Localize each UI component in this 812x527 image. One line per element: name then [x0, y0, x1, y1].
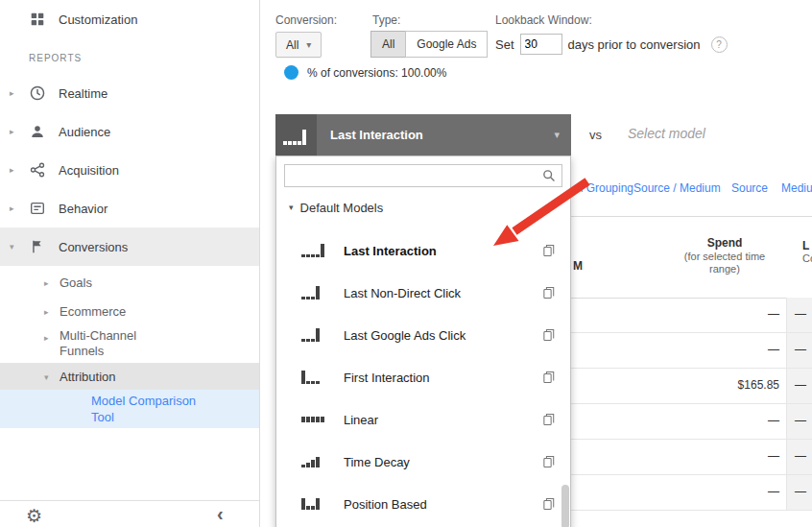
copy-model-icon[interactable] — [543, 413, 555, 426]
model-list: Last Interaction Last Non-Direct Click L… — [276, 229, 570, 525]
conversion-dropdown[interactable]: All ▾ — [275, 32, 322, 58]
expand-arrow-icon[interactable]: ▸ — [10, 127, 14, 136]
customization-icon — [29, 11, 46, 28]
bar-chart-icon — [301, 244, 328, 257]
model-search — [284, 164, 562, 187]
type-google-ads-button[interactable]: Google Ads — [405, 31, 488, 58]
collapse-sidebar-icon[interactable]: ‹ — [217, 503, 224, 525]
lookback-window-label: Lookback Window: — [495, 13, 592, 27]
sidebar-item-model-comparison-tool[interactable]: Model Comparison Tool — [0, 390, 259, 428]
scrollbar-thumb[interactable] — [561, 485, 569, 527]
copy-model-icon[interactable] — [543, 286, 555, 299]
expand-arrow-icon[interactable]: ▸ — [44, 278, 49, 288]
table-header-fragment-left: M — [573, 259, 583, 273]
select-model-placeholder[interactable]: Select model — [628, 126, 705, 141]
bar-chart-icon — [301, 498, 328, 510]
expand-arrow-icon[interactable]: ▸ — [10, 204, 14, 213]
percent-of-conversions: % of conversions: 100.00% — [284, 65, 446, 80]
model-option-linear[interactable]: Linear — [276, 398, 570, 441]
copy-model-icon[interactable] — [543, 497, 555, 511]
flag-icon — [29, 238, 46, 255]
spend-value: — — [768, 485, 779, 498]
model-option-time-decay[interactable]: Time Decay — [276, 441, 570, 483]
search-icon — [542, 169, 556, 185]
sidebar-item-label: Behavior — [59, 202, 107, 216]
link-source-medium[interactable]: Source / Medium — [633, 181, 721, 195]
lookback-suffix: days prior to conversion — [568, 37, 701, 52]
copy-model-icon[interactable] — [543, 371, 555, 384]
bar-chart-icon — [301, 371, 328, 384]
spend-value: $165.85 — [738, 378, 779, 392]
sidebar-item-acquisition[interactable]: ▸ Acquisition — [0, 151, 259, 189]
default-models-section-header[interactable]: ▾ Default Models — [289, 199, 570, 216]
sidebar-item-conversions[interactable]: ▾ Conversions — [0, 228, 259, 266]
sidebar-item-label: Ecommerce — [60, 304, 126, 320]
sidebar-footer-divider — [0, 500, 259, 501]
sidebar-item-label: Audience — [59, 125, 110, 139]
settings-gear-icon[interactable]: ⚙ — [26, 505, 42, 527]
conversion-label: Conversion: — [275, 13, 337, 27]
conversions-dot-icon — [284, 65, 299, 80]
page-icon — [29, 200, 46, 217]
model-dropdown-panel: ▾ Default Models Last Interaction Last N… — [275, 156, 571, 527]
bar-chart-icon — [301, 457, 328, 467]
table-header-fragment-right: L Co — [802, 240, 812, 265]
person-icon — [29, 123, 46, 140]
collapse-arrow-icon: ▾ — [289, 203, 294, 212]
sidebar-item-ecommerce[interactable]: ▸ Ecommerce — [0, 298, 259, 326]
expand-arrow-icon[interactable]: ▸ — [10, 165, 14, 175]
spend-value: — — [768, 343, 779, 356]
search-input[interactable] — [284, 164, 562, 187]
type-segmented-control: All Google Ads — [370, 31, 488, 58]
conversion-value: All — [286, 38, 299, 52]
help-icon[interactable]: ? — [711, 36, 728, 53]
sidebar-item-realtime[interactable]: ▸ Realtime — [0, 74, 259, 112]
lookback-days-input[interactable] — [520, 34, 562, 55]
expand-arrow-icon[interactable]: ▸ — [44, 333, 49, 343]
sidebar-item-label: Goals — [60, 275, 92, 291]
collapse-arrow-icon[interactable]: ▾ — [10, 242, 14, 252]
model-option-last-interaction[interactable]: Last Interaction — [276, 229, 570, 272]
sidebar-item-label: Multi-Channel Funnels — [60, 328, 175, 359]
sidebar-item-label: Acquisition — [59, 163, 119, 178]
clock-icon — [29, 84, 46, 102]
sidebar-item-customization[interactable]: Customization — [0, 0, 259, 38]
sidebar-item-behavior[interactable]: ▸ Behavior — [0, 189, 259, 228]
model-option-last-google-ads-click[interactable]: Last Google Ads Click — [276, 314, 570, 356]
sidebar-item-label: Conversions — [59, 240, 128, 254]
model-selector[interactable]: Last Interaction ▾ — [275, 114, 571, 156]
copy-model-icon[interactable] — [543, 244, 555, 257]
last-interaction-model-icon — [275, 114, 317, 156]
type-label: Type: — [372, 13, 400, 27]
copy-model-icon[interactable] — [543, 455, 555, 468]
spend-value: — — [768, 449, 779, 463]
bar-chart-icon — [301, 328, 328, 342]
collapse-arrow-icon[interactable]: ▾ — [44, 372, 49, 382]
reports-section-label: REPORTS — [29, 53, 82, 63]
link-channel-grouping[interactable]: el Grouping — [574, 181, 633, 195]
expand-arrow-icon[interactable]: ▸ — [10, 88, 14, 98]
type-all-button[interactable]: All — [370, 31, 406, 58]
model-option-last-non-direct-click[interactable]: Last Non-Direct Click — [276, 272, 570, 314]
sidebar-item-label: Customization — [59, 12, 137, 27]
spend-value: — — [768, 307, 779, 321]
spend-value: — — [768, 414, 779, 427]
vs-label: vs — [589, 128, 602, 142]
selected-model-label: Last Interaction — [330, 128, 423, 142]
copy-model-icon[interactable] — [543, 328, 555, 342]
percent-of-conversions-text: % of conversions: 100.00% — [307, 66, 446, 80]
chevron-down-icon: ▾ — [306, 39, 311, 50]
lookback-prefix: Set — [495, 37, 514, 52]
link-source[interactable]: Source — [731, 181, 768, 195]
spend-header-subtitle: (for selected time range) — [672, 251, 777, 275]
sidebar-item-multi-channel-funnels[interactable]: ▸ Multi-Channel Funnels — [0, 328, 259, 367]
link-medium[interactable]: Mediu — [781, 181, 812, 195]
sidebar-item-attribution[interactable]: ▾ Attribution — [0, 363, 259, 392]
expand-arrow-icon[interactable]: ▸ — [44, 307, 49, 317]
model-option-first-interaction[interactable]: First Interaction — [276, 356, 570, 398]
bar-chart-icon — [301, 286, 328, 299]
model-option-position-based[interactable]: Position Based — [276, 483, 570, 525]
sidebar-item-goals[interactable]: ▸ Goals — [0, 269, 259, 298]
bar-chart-icon — [301, 417, 328, 422]
sidebar-item-audience[interactable]: ▸ Audience — [0, 112, 259, 151]
